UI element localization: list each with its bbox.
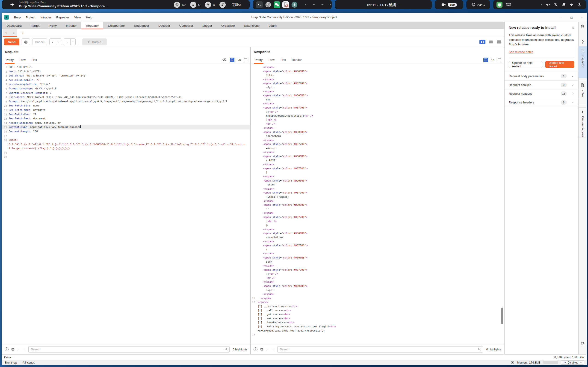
editor-menu-icon[interactable] [498, 58, 501, 61]
request-tab-hex[interactable]: Hex [29, 56, 40, 64]
response-line[interactable]: </span> [251, 211, 504, 215]
chevron-down-icon[interactable] [571, 83, 574, 87]
response-tab-hex[interactable]: Hex [277, 56, 289, 64]
bluetooth-off-icon[interactable] [577, 2, 581, 7]
inspector-section-request-headers[interactable]: Request headers15 [504, 89, 578, 98]
response-line[interactable]: </span> [251, 227, 504, 232]
wifi-icon[interactable] [569, 2, 574, 7]
event-log-button[interactable]: Event log [5, 361, 17, 364]
taskbar-counter[interactable]: 62 [174, 2, 186, 8]
taskbar-window-group[interactable]: install4j-burp-StartBurp Burp Suite Comm… [2, 0, 250, 9]
response-line[interactable]: </span> [251, 65, 504, 69]
response-line[interactable]: </span> [251, 77, 504, 82]
response-line[interactable]: '' [251, 207, 504, 211]
response-line[interactable]: <span style="color: #DD0000"> [251, 203, 504, 207]
response-line[interactable]: }<br /> [251, 118, 504, 122]
speaker-muted-icon[interactable] [546, 2, 550, 7]
bell-icon[interactable] [562, 2, 566, 7]
editor-menu-icon[interactable] [244, 58, 247, 61]
tab-sequencer[interactable]: Sequencer [130, 22, 154, 29]
response-line[interactable]: 12</code> [251, 300, 504, 304]
response-line[interactable]: </span> [251, 162, 504, 167]
request-line[interactable]: 18unser= [2, 138, 250, 142]
response-line[interactable]: </span> [251, 240, 504, 244]
response-line[interactable]: <span style="color: #007700"> [251, 106, 504, 110]
response-line[interactable]: <span style="color: #007700"> [251, 167, 504, 171]
menu-view[interactable]: View [72, 13, 84, 22]
response-line[interactable]: ]&nbsp;??&nbsp; [251, 195, 504, 199]
request-line[interactable]: 13Sec-Fetch-Dest: document [2, 117, 250, 121]
terminal-app-icon[interactable] [256, 1, 263, 8]
back-button[interactable]: ‹ [50, 39, 56, 45]
response-line[interactable]: </span> [251, 150, 504, 154]
request-line[interactable]: 11Sec-Fetch-Mode: navigate [2, 108, 250, 112]
response-line[interactable]: </span> [251, 90, 504, 94]
response-line[interactable]: <span style="color: #007700"> [251, 243, 504, 248]
eye-off-icon[interactable] [222, 58, 227, 62]
tab-comparer[interactable]: Comparer [175, 22, 198, 29]
response-line[interactable]: <span style="color: #007700"> [251, 81, 504, 85]
request-line[interactable]: 20 [2, 155, 250, 159]
request-line[interactable]: 4sec-ch-ua-mobile: ?0 [2, 78, 250, 83]
response-line[interactable]: unserialize [251, 235, 504, 240]
response-line[interactable]: );<br /> [251, 272, 504, 276]
tab-decoder[interactable]: Decoder [154, 22, 175, 29]
forward-button-group[interactable]: › [64, 39, 76, 45]
request-tab-raw[interactable]: Raw [17, 56, 29, 64]
settings-button[interactable] [22, 39, 30, 45]
response-line[interactable]: $ser&nbsp; [251, 134, 504, 138]
chevron-down-icon[interactable] [571, 101, 574, 104]
request-line[interactable]: 6Accept-Language: zh-CN,zh;q=0.9 [2, 87, 250, 91]
response-line[interactable]: $ser [251, 260, 504, 264]
keyboard-icon[interactable] [506, 2, 511, 7]
response-line[interactable]: </span> [251, 187, 504, 191]
response-line[interactable]: [*] __call success<br> [251, 309, 504, 313]
response-line[interactable]: XSWCTF{6107ca51-37db-40cf-8a01-478b9a621… [251, 329, 504, 333]
gear-icon[interactable] [580, 342, 585, 346]
response-line[interactable]: [*] __invoke success<br> [251, 320, 504, 325]
menu-repeater[interactable]: Repeater [54, 13, 72, 22]
response-line[interactable]: </span> [251, 292, 504, 296]
request-line[interactable]: 8User-Agent: Mozilla/5.0 (X11; Linux x86… [2, 95, 250, 100]
tab-dashboard[interactable]: Dashboard [2, 22, 26, 29]
response-line[interactable]: -&gt; [251, 85, 504, 90]
request-line[interactable]: 19 [2, 151, 250, 155]
response-line[interactable]: </span> [251, 251, 504, 256]
response-line[interactable]: [ [251, 170, 504, 175]
burp-tray-icon[interactable] [291, 1, 298, 8]
response-search-input[interactable] [277, 346, 483, 352]
response-line[interactable]: ?&gt; [251, 288, 504, 292]
response-line[interactable]: <span style="color: #0000BB"> [251, 154, 504, 158]
response-line[interactable]: ;<br /> [251, 219, 504, 224]
inspector-section-request-body-parameters[interactable]: Request body parameters1 [504, 72, 578, 81]
tab-logger[interactable]: Logger [198, 22, 217, 29]
response-line[interactable]: <span style="color: #007700"> [251, 142, 504, 146]
inspector-section-response-headers[interactable]: Response headers6 [504, 98, 578, 107]
close-icon[interactable]: × [572, 25, 574, 30]
chevron-down-icon[interactable] [571, 92, 574, 95]
side-tab-notes[interactable]: Notes [579, 81, 587, 105]
tab-organizer[interactable]: Organizer [217, 22, 239, 29]
request-line[interactable]: 16Content-Length: 206 [2, 129, 250, 134]
response-line[interactable]: =&nbsp; [251, 146, 504, 150]
response-line[interactable]: <br /> [251, 122, 504, 126]
mic-muted-icon[interactable] [554, 2, 558, 7]
response-line[interactable]: 11</span> [251, 296, 504, 300]
response-line[interactable]: @ [251, 223, 504, 227]
request-line[interactable]: 12Sec-Fetch-User: ?1 [2, 112, 250, 117]
request-line[interactable]: 17 [2, 134, 250, 138]
response-line[interactable]: <br /> [251, 276, 504, 280]
syntax-highlight-toggle-icon[interactable] [230, 58, 235, 62]
search-settings-icon[interactable] [260, 348, 263, 351]
show-newlines-icon[interactable]: \n [491, 58, 495, 61]
prev-match-icon[interactable]: ← [266, 347, 269, 351]
response-line[interactable]: $_POST [251, 158, 504, 163]
menu-help[interactable]: Help [84, 13, 95, 22]
response-line[interactable]: </span> [251, 126, 504, 130]
back-dropdown[interactable] [56, 39, 61, 45]
help-icon[interactable]: ? [5, 347, 8, 351]
response-line[interactable]: <span style="color: #0000BB"> [251, 69, 504, 74]
response-line[interactable]: </span> [251, 264, 504, 268]
back-button-group[interactable]: ‹ [49, 39, 61, 45]
menu-burp[interactable]: Burp [11, 13, 23, 22]
